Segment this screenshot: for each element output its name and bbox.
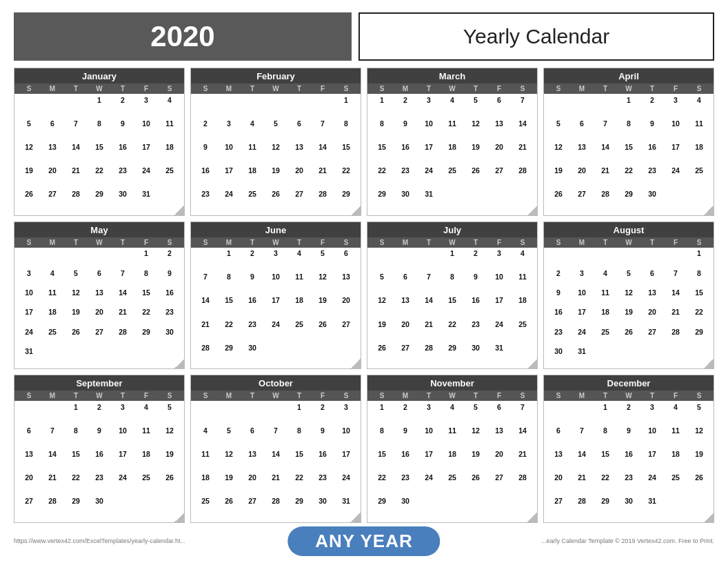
- day-cell: 14: [194, 295, 217, 319]
- day-cell: 13: [241, 449, 264, 473]
- day-cell: 5: [687, 402, 711, 425]
- day-cell: 22: [88, 165, 111, 188]
- day-cell: 17: [217, 165, 241, 188]
- dow-cell: T: [64, 239, 88, 246]
- day-cell: 26: [464, 165, 487, 188]
- day-cell: 25: [441, 473, 464, 496]
- day-cell: 6: [287, 118, 311, 141]
- day-cell: 28: [511, 165, 534, 188]
- footer: https://www.vertex42.com/ExcelTemplates/…: [14, 526, 714, 556]
- day-cell: 5: [464, 95, 487, 118]
- day-cell: 15: [134, 288, 158, 307]
- day-cell: 6: [640, 268, 664, 287]
- day-cell: 9: [158, 268, 181, 287]
- day-cell: 7: [570, 425, 594, 448]
- day-cell: 9: [88, 425, 111, 448]
- day-cell: 13: [41, 141, 64, 165]
- day-cell: 21: [664, 307, 687, 326]
- empty-day: [64, 95, 88, 118]
- dow-cell: S: [17, 85, 41, 92]
- day-cell: 26: [687, 473, 711, 496]
- day-cell: 31: [134, 189, 158, 213]
- day-cell: 8: [617, 118, 640, 141]
- day-cell: 14: [417, 295, 441, 319]
- day-cell: 10: [487, 272, 511, 295]
- days-grid: 1234567891011121314151617181920212223242…: [14, 94, 184, 215]
- month-name: June: [191, 222, 361, 237]
- dow-cell: W: [88, 85, 111, 92]
- dow-cell: S: [547, 85, 570, 92]
- day-cell: 15: [441, 295, 464, 319]
- days-grid: 1234567891011121314151617181920212223242…: [14, 248, 184, 369]
- day-cell: 6: [17, 425, 41, 448]
- day-cell: 7: [511, 95, 534, 118]
- day-cell: 19: [617, 307, 640, 326]
- dow-cell: F: [664, 85, 687, 92]
- dow-cell: S: [687, 239, 711, 246]
- day-cell: 9: [617, 425, 640, 448]
- day-cell: 15: [687, 288, 711, 307]
- day-cell: 22: [334, 165, 358, 188]
- empty-day: [311, 95, 334, 118]
- dow-cell: M: [41, 85, 64, 92]
- day-cell: 2: [111, 95, 134, 118]
- empty-day: [264, 95, 287, 118]
- dow-cell: S: [334, 239, 358, 246]
- day-cell: 6: [334, 248, 358, 272]
- dow-cell: M: [570, 239, 594, 246]
- day-cell: 4: [241, 118, 264, 141]
- day-cell: 22: [370, 165, 394, 188]
- day-cell: 24: [487, 319, 511, 342]
- dow-cell: T: [64, 85, 88, 92]
- day-cell: 4: [511, 248, 534, 272]
- month-name: December: [544, 375, 714, 391]
- day-cell: 29: [441, 342, 464, 366]
- dow-cell: W: [617, 239, 640, 246]
- day-cell: 3: [334, 402, 358, 425]
- day-cell: 20: [547, 473, 570, 496]
- dow-cell: F: [134, 392, 158, 399]
- day-cell: 24: [664, 165, 687, 188]
- dow-cell: T: [287, 392, 311, 399]
- day-cell: 18: [594, 307, 617, 326]
- day-cell: 19: [464, 449, 487, 473]
- day-cell: 24: [264, 319, 287, 342]
- day-cell: 5: [64, 268, 88, 287]
- days-grid: 1234567891011121314151617181920212223242…: [367, 248, 537, 369]
- day-cell: 25: [41, 326, 64, 346]
- dow-cell: M: [41, 239, 64, 246]
- day-cell: 26: [547, 189, 570, 213]
- day-cell: 9: [394, 425, 417, 448]
- month-block-august: AugustSMTWTFS123456789101112131415161718…: [543, 221, 714, 370]
- day-cell: 29: [594, 496, 617, 520]
- day-cell: 20: [41, 165, 64, 188]
- day-cell: 12: [264, 141, 287, 165]
- days-grid: 1234567891011121314151617181920212223242…: [544, 401, 714, 522]
- day-cell: 19: [687, 449, 711, 473]
- dow-cell: W: [441, 239, 464, 246]
- dow-cell: T: [241, 85, 264, 92]
- day-cell: 6: [570, 118, 594, 141]
- dow-cell: S: [194, 392, 217, 399]
- day-cell: 21: [417, 319, 441, 342]
- day-cell: 15: [617, 141, 640, 165]
- day-cell: 19: [158, 449, 181, 473]
- month-block-july: JulySMTWTFS12345678910111213141516171819…: [367, 221, 538, 370]
- empty-day: [217, 402, 241, 425]
- day-cell: 8: [370, 118, 394, 141]
- dow-cell: F: [311, 239, 334, 246]
- day-cell: 4: [194, 425, 217, 448]
- day-cell: 18: [664, 449, 687, 473]
- day-cell: 31: [487, 342, 511, 366]
- day-cell: 16: [88, 449, 111, 473]
- year-display: 2020: [14, 12, 352, 61]
- days-grid: 1234567891011121314151617181920212223242…: [14, 401, 184, 522]
- day-cell: 1: [88, 95, 111, 118]
- day-cell: 24: [17, 326, 41, 346]
- day-cell: 7: [64, 118, 88, 141]
- day-cell: 20: [487, 141, 511, 165]
- days-grid: 1234567891011121314151617181920212223242…: [191, 401, 361, 522]
- day-cell: 27: [88, 326, 111, 346]
- day-cell: 27: [41, 189, 64, 213]
- day-cell: 7: [664, 268, 687, 287]
